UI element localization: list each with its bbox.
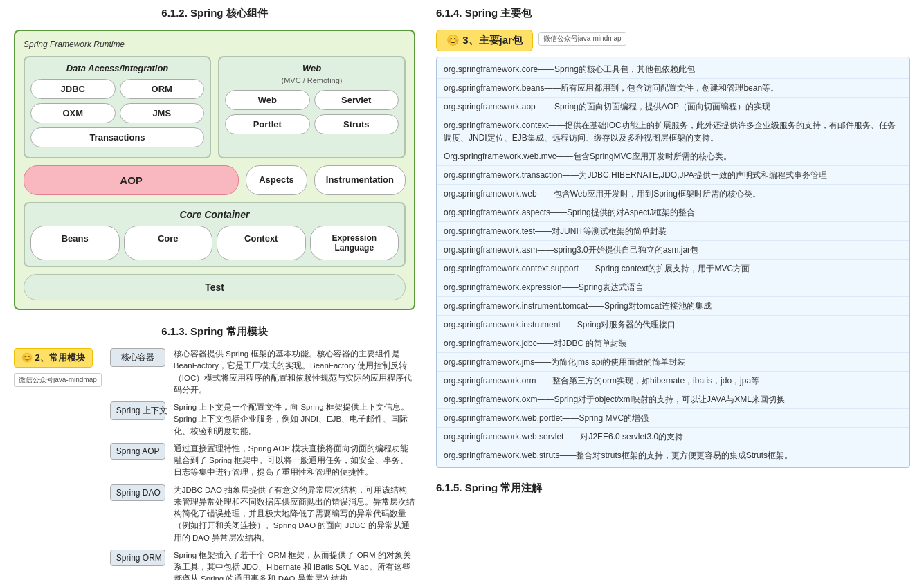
jar-item-web: org.springframework.web——包含Web应用开发时，用到Sp… <box>437 185 909 203</box>
module-label-dao: Spring DAO <box>110 484 165 501</box>
jar-item-instrument-tomcat: org.springframework.instrument.tomcat——S… <box>437 297 909 316</box>
jar-item-oxm: org.springframework.oxm——Spring对于object/… <box>437 390 909 409</box>
jar-item-transaction: org.springframework.transaction——为JDBC,H… <box>437 166 909 185</box>
data-access-grid: JDBC ORM OXM JMS Transactions <box>30 79 204 147</box>
jar-item-context-support: org.springframework.context.support——Spr… <box>437 260 909 278</box>
web-title: Web <box>225 63 399 73</box>
diagram-runtime-title: Spring Framework Runtime <box>24 39 406 49</box>
module-source: 微信公众号java-mindmap <box>14 373 102 387</box>
section-613: 6.1.3. Spring 常用模块 😊 2、常用模块 微信公众号java-mi… <box>14 325 415 580</box>
jar-item-portlet: org.springframework.web.portlet——Spring … <box>437 409 909 428</box>
jar-item-core: org.springframework.core——Spring的核心工具包，其… <box>437 60 909 79</box>
jms-btn: JMS <box>120 103 205 123</box>
module-item-dao: Spring DAO 为JDBC DAO 抽象层提供了有意义的异常层次结构，可用… <box>110 484 415 544</box>
jar-header: 😊 3、主要jar包 微信公众号java-mindmap <box>436 30 910 51</box>
web-btn: Web <box>225 90 310 110</box>
jar-source: 微信公众号java-mindmap <box>538 32 626 46</box>
module-desc-context: Spring 上下文是一个配置文件，向 Spring 框架提供上下文信息。Spr… <box>174 401 415 437</box>
jar-list: org.springframework.core——Spring的核心工具包，其… <box>436 57 910 468</box>
module-desc-aop: 通过直接置理特性，Spring AOP 模块直接将面向切面的编程功能融合到了 S… <box>174 443 415 479</box>
jar-item-expression: org.springframework.expression——Spring表达… <box>437 278 909 297</box>
module-item-aop: Spring AOP 通过直接置理特性，Spring AOP 模块直接将面向切面… <box>110 443 415 479</box>
jar-badge: 😊 3、主要jar包 <box>436 30 533 51</box>
jar-item-aop: org.springframework.aop ——Spring的面向切面编程，… <box>437 98 909 116</box>
core-container-box: Core Container Beans Core Context Expres… <box>24 202 406 267</box>
module-item-orm: Spring ORM Spring 框架插入了若干个 ORM 框架，从而提供了 … <box>110 550 415 580</box>
right-column: 6.1.4. Spring 主要包 😊 3、主要jar包 微信公众号java-m… <box>436 7 910 505</box>
module-label-orm: Spring ORM <box>110 550 165 566</box>
module-desc-core: 核心容器提供 Spring 框架的基本功能。核心容器的主要组件是 BeanFac… <box>174 348 415 396</box>
context-btn: Context <box>217 226 306 260</box>
module-badge: 😊 2、常用模块 <box>14 348 93 368</box>
module-badge-container: 😊 2、常用模块 微信公众号java-mindmap <box>14 348 102 391</box>
aop-box: AOP <box>24 165 239 195</box>
module-item-context: Spring 上下文 Spring 上下文是一个配置文件，向 Spring 框架… <box>110 401 415 437</box>
portlet-btn: Portlet <box>225 114 310 134</box>
web-box: Web (MVC / Remoting) Web Servlet Portlet… <box>218 56 406 158</box>
module-list: 核心容器 核心容器提供 Spring 框架的基本功能。核心容器的主要组件是 Be… <box>110 348 415 580</box>
diagram-top-row: Data Access/Integration JDBC ORM OXM JMS… <box>24 56 406 158</box>
jar-item-jdbc: org.springframework.jdbc——对JDBC 的简单封装 <box>437 334 909 353</box>
jar-item-aspects: org.springframework.aspects——Spring提供的对A… <box>437 203 909 222</box>
module-label-core: 核心容器 <box>110 348 165 367</box>
jar-item-servlet: org.springframework.web.servlet——对J2EE6.… <box>437 428 909 446</box>
jar-item-struts: org.springframework.web.struts——整合对strut… <box>437 446 909 464</box>
servlet-btn: Servlet <box>314 90 399 110</box>
struts-btn: Struts <box>314 114 399 134</box>
instrumentation-btn: Instrumentation <box>314 165 406 195</box>
core-grid: Beans Core Context ExpressionLanguage <box>30 226 399 260</box>
transactions-btn: Transactions <box>30 127 204 147</box>
core-container-title: Core Container <box>30 209 399 220</box>
test-box: Test <box>24 274 406 300</box>
oxm-btn: OXM <box>30 103 116 123</box>
jdbc-btn: JDBC <box>30 79 116 99</box>
module-desc-orm: Spring 框架插入了若干个 ORM 框架，从而提供了 ORM 的对象关系工具… <box>174 550 415 580</box>
module-desc-dao: 为JDBC DAO 抽象层提供了有意义的异常层次结构，可用该结构来管理异常处理和… <box>174 484 415 544</box>
module-item-core: 核心容器 核心容器提供 Spring 框架的基本功能。核心容器的主要组件是 Be… <box>110 348 415 396</box>
section-613-title: 6.1.3. Spring 常用模块 <box>14 325 415 338</box>
section-612-title: 6.1.2. Spring 核心组件 <box>14 7 415 20</box>
module-label-context: Spring 上下文 <box>110 401 165 420</box>
jar-item-jms: org.springframework.jms——为简化jms api的使用而做… <box>437 353 909 372</box>
spring-diagram: Spring Framework Runtime Data Access/Int… <box>14 30 415 310</box>
jar-item-asm: org.springframework.asm——spring3.0开始提供自己… <box>437 241 909 260</box>
web-subtitle: (MVC / Remoting) <box>225 76 399 84</box>
beans-btn: Beans <box>30 226 120 260</box>
jar-item-context: org.springframework.context——提供在基础IOC功能上… <box>437 116 909 147</box>
jar-item-instrument: org.springframework.instrument——Spring对服… <box>437 316 909 334</box>
jar-item-test: org.springframework.test——对JUNIT等测试框架的简单… <box>437 222 909 241</box>
orm-btn: ORM <box>120 79 205 99</box>
module-label-aop: Spring AOP <box>110 443 165 460</box>
core-btn: Core <box>124 226 213 260</box>
jar-section: 😊 3、主要jar包 微信公众号java-mindmap org.springf… <box>436 30 910 468</box>
section-614-title: 6.1.4. Spring 主要包 <box>436 7 910 20</box>
jar-item-webmvc: Org.springframework.web.mvc——包含SpringMVC… <box>437 147 909 166</box>
expression-language-btn: ExpressionLanguage <box>310 226 399 260</box>
web-grid: Web Servlet Portlet Struts <box>225 90 399 134</box>
diagram-middle-row: AOP Aspects Instrumentation <box>24 165 406 195</box>
section-615-title: 6.1.5. Spring 常用注解 <box>436 482 910 495</box>
jar-item-orm: org.springframework.orm——整合第三方的orm实现，如hi… <box>437 372 909 390</box>
aspects-btn: Aspects <box>246 165 307 195</box>
data-access-title: Data Access/Integration <box>30 63 204 73</box>
data-access-box: Data Access/Integration JDBC ORM OXM JMS… <box>24 56 211 158</box>
jar-item-beans: org.springframework.beans——所有应用都用到，包含访问配… <box>437 79 909 98</box>
module-layout: 😊 2、常用模块 微信公众号java-mindmap 核心容器 核心容器提供 S… <box>14 348 415 580</box>
